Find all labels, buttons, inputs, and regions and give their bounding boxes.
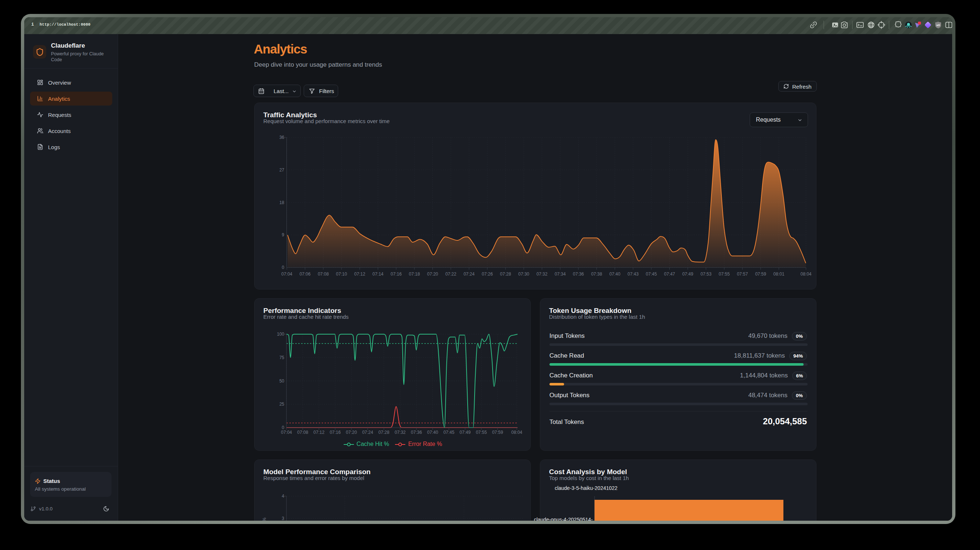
svg-text:07:04: 07:04: [281, 430, 292, 435]
svg-text:9: 9: [282, 232, 284, 238]
svg-text:07:12: 07:12: [354, 271, 365, 277]
svg-text:07:43: 07:43: [628, 271, 638, 277]
svg-text:36: 36: [280, 135, 285, 140]
svg-text:07:49: 07:49: [460, 430, 471, 435]
svg-text:07:24: 07:24: [464, 271, 475, 277]
svg-text:uO: uO: [936, 24, 940, 26]
svg-text:07:20: 07:20: [346, 430, 357, 435]
svg-text:07:45: 07:45: [646, 271, 657, 277]
svg-text:07:55: 07:55: [719, 271, 730, 277]
svg-text:07:28: 07:28: [500, 271, 511, 277]
svg-text:07:30: 07:30: [518, 271, 529, 277]
svg-text:07:47: 07:47: [664, 271, 675, 277]
svg-text:27: 27: [280, 168, 285, 173]
svg-text:100: 100: [277, 331, 284, 337]
svg-text:07:14: 07:14: [372, 271, 383, 277]
svg-text:07:59: 07:59: [755, 271, 766, 277]
svg-text:07:34: 07:34: [555, 271, 566, 277]
svg-text:07:04: 07:04: [281, 271, 292, 277]
svg-text:07:55: 07:55: [476, 430, 487, 435]
svg-text:18: 18: [280, 200, 285, 205]
svg-text:%: %: [262, 517, 267, 521]
svg-text:07:26: 07:26: [482, 271, 493, 277]
svg-text:08:04: 08:04: [800, 271, 811, 277]
svg-text:07:08: 07:08: [318, 271, 329, 277]
svg-text:07:08: 07:08: [297, 430, 308, 435]
svg-text:07:20: 07:20: [427, 271, 438, 277]
svg-text:07:40: 07:40: [427, 430, 438, 435]
svg-text:07:57: 07:57: [737, 271, 748, 277]
svg-text:3: 3: [282, 516, 284, 521]
svg-text:0: 0: [282, 265, 284, 270]
svg-text:07:32: 07:32: [395, 430, 406, 435]
svg-text:07:16: 07:16: [391, 271, 402, 277]
svg-text:07:45: 07:45: [444, 430, 454, 435]
svg-text:07:53: 07:53: [700, 271, 711, 277]
svg-text:4: 4: [282, 494, 284, 499]
svg-text:07:49: 07:49: [682, 271, 693, 277]
svg-text:50: 50: [280, 379, 285, 384]
svg-text:07:38: 07:38: [591, 271, 602, 277]
svg-text:08:04: 08:04: [511, 430, 522, 435]
svg-text:07:16: 07:16: [330, 430, 341, 435]
svg-text:07:22: 07:22: [445, 271, 456, 277]
svg-text:07:28: 07:28: [379, 430, 390, 435]
svg-text:07:12: 07:12: [313, 430, 325, 435]
svg-text:07:36: 07:36: [411, 430, 422, 435]
svg-text:07:10: 07:10: [336, 271, 347, 277]
svg-text:08:01: 08:01: [773, 271, 784, 277]
svg-text:07:32: 07:32: [536, 271, 547, 277]
svg-text:75: 75: [280, 355, 285, 360]
svg-text:07:59: 07:59: [492, 430, 503, 435]
svg-text:07:40: 07:40: [609, 271, 620, 277]
svg-text:07:24: 07:24: [362, 430, 373, 435]
svg-text:07:06: 07:06: [300, 271, 311, 277]
svg-text:25: 25: [280, 402, 285, 407]
svg-text:07:18: 07:18: [409, 271, 420, 277]
svg-text:07:36: 07:36: [573, 271, 584, 277]
